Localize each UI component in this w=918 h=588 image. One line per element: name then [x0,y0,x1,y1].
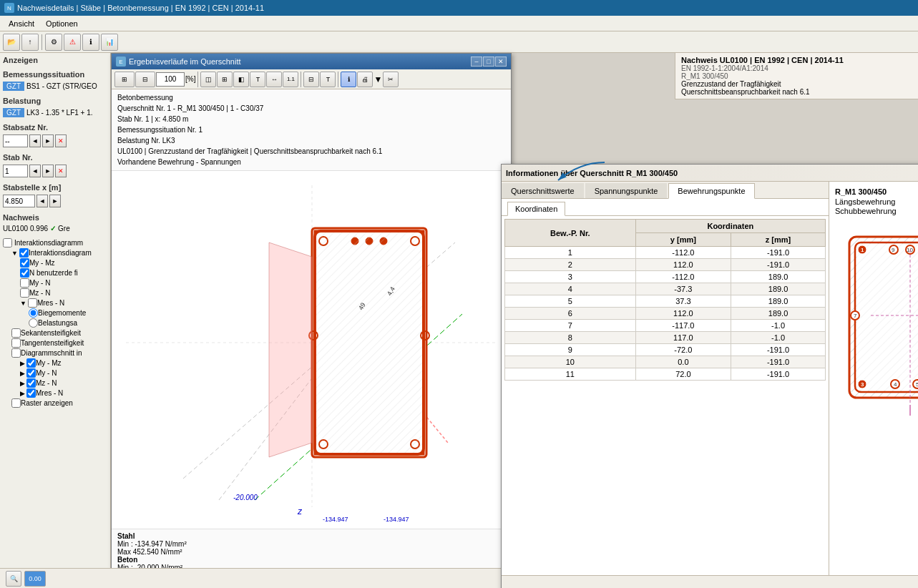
tree-checkbox-d-mz-n[interactable] [26,378,36,388]
tree-checkbox-d-mres-n[interactable] [26,388,36,398]
tree-expander-d-my-mz[interactable]: ▶ [20,360,25,367]
tree-expander-1[interactable]: ▼ [11,250,18,257]
cell-y: 72.0 [635,368,731,381]
tree-checkbox-mz-n[interactable] [20,288,29,298]
stabsatz-prev-btn[interactable]: ◄ [29,134,41,147]
tree-expander-d-mz-n[interactable]: ▶ [20,380,25,387]
stab-next-btn[interactable]: ► [42,165,54,177]
etb-btn-4[interactable]: ⊞ [217,72,233,87]
menu-ansicht[interactable]: Ansicht [3,18,40,29]
toolbar-open-btn[interactable]: 📂 [3,34,20,51]
tree-checkbox-n-benutzer[interactable] [20,268,29,278]
bemessungssituation-label: Bemessungssituation [3,70,107,79]
toolbar-warning-btn[interactable]: ⚠ [64,34,81,51]
etb-print-btn[interactable]: 🖨 [357,72,373,87]
sub-tab-koordinaten[interactable]: Koordinaten [507,202,565,216]
info-line2: Querschnitt Nr. 1 - R_M1 300/450 | 1 - C… [117,103,505,114]
cell-z: 189.0 [731,308,826,320]
stabsatz-input[interactable] [3,134,28,147]
info-right-area: R_M1 300/450 Längsbewehrung Schubbewehru… [829,182,918,575]
toolbar-settings-btn[interactable]: ⚙ [45,34,62,51]
ergebnis-minimize-btn[interactable]: – [471,57,482,67]
col-header-nr: Bew.-P. Nr. [505,220,636,247]
etb-btn-3[interactable]: ◫ [200,72,216,87]
toolbar-diagram-btn[interactable]: 📊 [101,34,118,51]
cell-y: 112.0 [635,259,731,271]
stab-input[interactable] [3,165,28,177]
cell-nr: 4 [505,283,636,295]
stabstelle-input[interactable] [3,195,35,207]
cell-y: -112.0 [635,271,731,283]
tree-expander-d-mres-n[interactable]: ▶ [20,390,25,397]
toolbar-separator-1 [41,34,42,50]
info-dialog-titlebar: Informationen über Querschnitt R_M1 300/… [502,165,918,182]
etb-btn-2[interactable]: ⊟ [135,72,155,87]
tree-checkbox-my-mz[interactable] [20,258,29,268]
status-value-btn[interactable]: 0.00 [24,571,46,587]
stahl-min-label: Min [117,540,129,548]
stabsatz-next-btn[interactable]: ► [42,134,54,147]
interaktionsdiagramm-row: Interaktionsdiagramm [3,238,107,248]
tree-label-mres-n: Mres - N [37,299,64,307]
info-table-container[interactable]: Bew.-P. Nr. Koordinaten y [mm] [502,216,829,567]
nachweis-header-line3: Grenzzustand der Tragfähigkeit [681,80,912,88]
tab-spannungspunkte[interactable]: Spannungspunkte [585,183,668,198]
etb-btn-5[interactable]: ◧ [233,72,249,87]
ergebnis-close-btn[interactable]: ✕ [495,57,507,67]
stab-prev-btn[interactable]: ◄ [29,165,41,177]
ergebnis-win-controls: – □ ✕ [471,57,507,67]
stabsatz-del-btn[interactable]: ✕ [55,134,67,147]
ergebnis-info: Betonbemessung Querschnitt Nr. 1 - R_M1 … [112,89,511,171]
beton-label: Beton [117,556,505,564]
etb-btn-10[interactable]: T [320,72,336,87]
nachweis-result: 0.996 [30,225,48,232]
etb-btn-9[interactable]: ⊟ [303,72,319,87]
tree-checkbox-d-my-mz[interactable] [26,358,36,368]
etb-dropdown[interactable]: ▼ [373,74,382,84]
tree-checkbox-mres-n[interactable] [28,298,37,308]
tree-expander-mres[interactable]: ▼ [20,300,26,307]
etb-info-btn[interactable]: ℹ [341,72,356,87]
stabstelle-next-btn[interactable]: ► [49,195,61,207]
tree-checkbox-tangenten[interactable] [11,338,21,348]
table-row: 9 -72.0 -191.0 [505,344,826,356]
ergebnis-maximize-btn[interactable]: □ [483,57,494,67]
status-search-btn[interactable]: 🔍 [6,571,21,587]
etb-scissors-btn[interactable]: ✂ [383,72,399,87]
tree-label-d-my-mz: My - Mz [36,359,62,367]
tree-label-d-my-n: My - N [36,369,57,377]
stabstelle-prev-btn[interactable]: ◄ [36,195,48,207]
info-line3: Stab Nr. 1 | x: 4.850 m [117,114,505,124]
cell-y: 37.3 [635,295,731,308]
tab-querschnittswerte[interactable]: Querschnittswerte [502,183,584,198]
toolbar-arrow-btn[interactable]: ↑ [21,34,39,51]
tree-expander-d-my-n[interactable]: ▶ [20,370,25,377]
etb-btn-1[interactable]: ⊞ [114,72,135,87]
etb-sep-3 [338,72,338,87]
etb-btn-6[interactable]: T [250,72,265,87]
svg-text:9: 9 [892,247,895,253]
stab-del-btn[interactable]: ✕ [55,165,67,177]
etb-btn-7[interactable]: ↔ [266,72,282,87]
tree-checkbox-my-n[interactable] [20,278,29,288]
section-detail-svg: 1 9 10 11 [835,230,918,416]
tree-item-mz-n: Mz - N [17,288,107,298]
col-header-y: y [mm] [635,233,731,247]
interaktionsdiagramm-checkbox[interactable] [3,238,12,248]
zoom-input[interactable] [156,72,185,87]
toolbar-info-btn[interactable]: ℹ [82,34,99,51]
tree-checkbox-1[interactable] [19,248,29,258]
etb-sep-1 [197,72,198,87]
etb-btn-8[interactable]: 1.1 [283,72,298,87]
tree-checkbox-raster[interactable] [11,398,21,408]
menu-optionen[interactable]: Optionen [40,18,84,29]
tree-checkbox-diagramm[interactable] [11,348,21,358]
tree-checkbox-sekan[interactable] [11,328,21,338]
radio-biegemomente[interactable] [29,308,38,318]
radio-belastung[interactable] [29,318,38,328]
tree-checkbox-d-my-n[interactable] [26,368,36,378]
table-row: 1 -112.0 -191.0 [505,247,826,259]
tab-bewehrungspunkte[interactable]: Bewehrungspunkte [668,183,754,199]
ergebnis-canvas[interactable]: z 49 4,4 -20.000 -134.947 -134.947 [112,171,511,529]
z-axis-label: z [297,506,303,516]
